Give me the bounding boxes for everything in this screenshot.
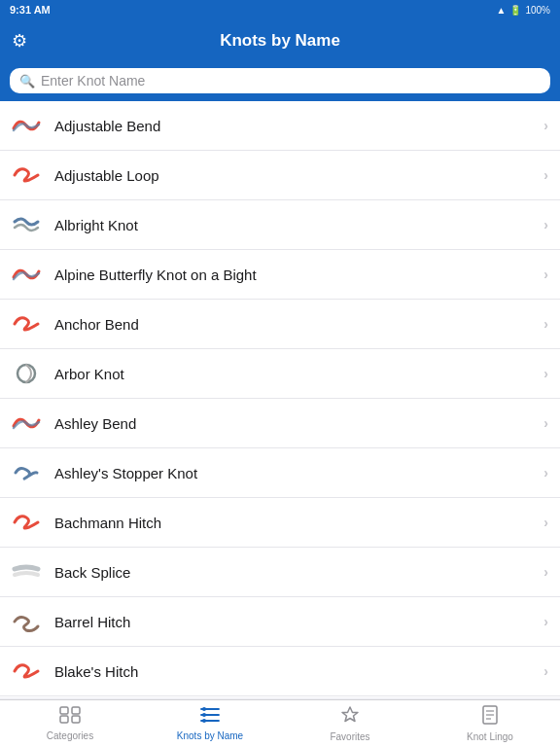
nav-bar: ⚙ Knots by Name xyxy=(0,19,560,62)
svg-point-11 xyxy=(202,713,206,717)
battery-icon: 🔋 xyxy=(509,5,521,16)
chevron-right-icon: › xyxy=(543,167,548,183)
svg-rect-6 xyxy=(72,716,80,723)
categories-icon xyxy=(59,706,81,729)
battery-percent: 100% xyxy=(525,5,550,16)
svg-point-0 xyxy=(18,365,35,382)
list-item[interactable]: Blake's Hitch› xyxy=(0,647,560,696)
tab-categories-label: Categories xyxy=(47,730,93,741)
knot-thumbnail xyxy=(10,456,43,489)
knot-name: Albright Knot xyxy=(54,217,543,233)
list-item[interactable]: Anchor Bend› xyxy=(0,300,560,349)
chevron-right-icon: › xyxy=(543,614,548,629)
nav-title: Knots by Name xyxy=(220,31,340,51)
knot-name: Alpine Butterfly Knot on a Bight xyxy=(54,267,543,283)
search-wrapper: 🔍 xyxy=(10,68,550,93)
list-item[interactable]: Back Splice› xyxy=(0,548,560,597)
svg-rect-3 xyxy=(60,707,68,714)
knot-name: Ashley Bend xyxy=(54,415,543,432)
svg-rect-5 xyxy=(60,716,68,723)
tab-knots-by-name-label: Knots by Name xyxy=(177,730,243,741)
knot-name: Bachmann Hitch xyxy=(54,515,543,531)
knot-name: Adjustable Loop xyxy=(54,167,543,184)
knot-name: Arbor Knot xyxy=(54,366,543,382)
wifi-icon: ▲ xyxy=(497,5,507,16)
list-item[interactable]: Arbor Knot› xyxy=(0,349,560,399)
tab-knot-lingo-label: Knot Lingo xyxy=(467,731,513,742)
list-item[interactable]: Alpine Butterfly Knot on a Bight› xyxy=(0,250,560,300)
list-item[interactable]: Adjustable Loop› xyxy=(0,151,560,200)
knot-name: Barrel Hitch xyxy=(54,614,543,630)
gear-button[interactable]: ⚙ xyxy=(12,30,27,52)
chevron-right-icon: › xyxy=(543,515,548,530)
tab-bar: Categories Knots by Name Favorites xyxy=(0,699,560,747)
knot-name: Adjustable Bend xyxy=(54,118,543,134)
tab-knots-by-name[interactable]: Knots by Name xyxy=(140,700,280,747)
list-item[interactable]: Blood Knot› xyxy=(0,696,560,697)
knot-thumbnail xyxy=(10,159,43,192)
knot-name: Back Splice xyxy=(54,564,543,581)
chevron-right-icon: › xyxy=(543,415,548,431)
chevron-right-icon: › xyxy=(543,316,548,332)
knot-name: Blake's Hitch xyxy=(54,663,543,680)
book-icon xyxy=(481,705,499,729)
knot-thumbnail xyxy=(10,357,43,390)
tab-favorites[interactable]: Favorites xyxy=(280,700,420,747)
list-item[interactable]: Barrel Hitch› xyxy=(0,597,560,647)
search-icon: 🔍 xyxy=(19,74,35,89)
chevron-right-icon: › xyxy=(543,267,548,282)
list-icon xyxy=(199,706,221,729)
chevron-right-icon: › xyxy=(543,217,548,232)
knot-thumbnail xyxy=(10,307,43,340)
chevron-right-icon: › xyxy=(543,118,548,133)
knot-name: Ashley's Stopper Knot xyxy=(54,465,543,481)
list-item[interactable]: Ashley Bend› xyxy=(0,399,560,448)
list-item[interactable]: Ashley's Stopper Knot› xyxy=(0,448,560,498)
list-item[interactable]: Albright Knot› xyxy=(0,200,560,250)
chevron-right-icon: › xyxy=(543,465,548,480)
status-time: 9:31 AM xyxy=(10,4,51,16)
search-input[interactable] xyxy=(41,73,541,89)
knot-name: Anchor Bend xyxy=(54,316,543,333)
tab-favorites-label: Favorites xyxy=(330,731,369,742)
svg-point-10 xyxy=(202,707,206,711)
tab-categories[interactable]: Categories xyxy=(0,700,140,747)
knot-thumbnail xyxy=(10,555,43,588)
knot-thumbnail xyxy=(10,407,43,440)
chevron-right-icon: › xyxy=(543,663,548,679)
status-bar: 9:31 AM ▲ 🔋 100% xyxy=(0,0,560,19)
svg-rect-4 xyxy=(72,707,80,714)
list-item[interactable]: Bachmann Hitch› xyxy=(0,498,560,548)
svg-point-12 xyxy=(202,719,206,723)
knot-thumbnail xyxy=(10,655,43,688)
knot-thumbnail xyxy=(10,506,43,539)
chevron-right-icon: › xyxy=(543,564,548,580)
star-icon xyxy=(339,705,361,729)
list-item[interactable]: Adjustable Bend› xyxy=(0,101,560,151)
knot-thumbnail xyxy=(10,208,43,241)
tab-knot-lingo[interactable]: Knot Lingo xyxy=(420,700,560,747)
status-icons: ▲ 🔋 100% xyxy=(497,5,550,16)
knot-list: Adjustable Bend›Adjustable Loop›Albright… xyxy=(0,101,560,697)
knot-thumbnail xyxy=(10,605,43,638)
chevron-right-icon: › xyxy=(543,366,548,381)
knot-thumbnail xyxy=(10,258,43,291)
search-bar: 🔍 xyxy=(0,62,560,101)
knot-thumbnail xyxy=(10,109,43,142)
